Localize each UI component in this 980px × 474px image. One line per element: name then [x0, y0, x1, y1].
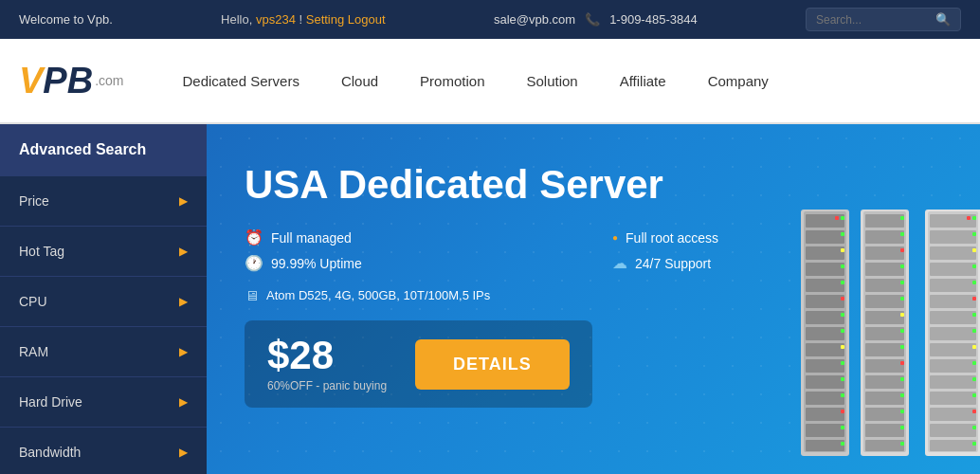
svg-rect-84: [930, 343, 976, 356]
svg-rect-18: [841, 329, 844, 333]
nav-dedicated-servers[interactable]: Dedicated Servers: [162, 64, 320, 99]
clock-icon: 🕐: [245, 254, 263, 272]
svg-rect-90: [930, 392, 976, 405]
svg-rect-21: [806, 359, 844, 373]
contact-info: sale@vpb.com 📞 1-909-485-3844: [494, 12, 698, 27]
chevron-right-icon: ▶: [179, 245, 188, 258]
svg-rect-57: [865, 392, 904, 405]
svg-rect-63: [865, 440, 904, 451]
svg-rect-24: [841, 377, 844, 381]
svg-rect-28: [841, 410, 844, 413]
sidebar-item-bandwidth-label: Bandwidth: [19, 445, 81, 460]
setting-link[interactable]: Setting: [306, 12, 344, 27]
sidebar-item-hot-tag-label: Hot Tag: [19, 244, 64, 259]
svg-rect-54: [900, 361, 904, 365]
phone-icon: 📞: [585, 12, 600, 27]
svg-rect-91: [972, 393, 976, 397]
top-bar: Welcome to Vpb. Hello, vps234 ! Setting …: [0, 0, 980, 39]
svg-rect-64: [900, 442, 904, 446]
search-input[interactable]: [816, 13, 930, 27]
price-box: $28 60%OFF - panic buying DETAILS: [245, 320, 592, 408]
nav-cloud[interactable]: Cloud: [320, 64, 399, 99]
svg-rect-85: [972, 345, 976, 349]
username-link[interactable]: vps234: [256, 12, 296, 27]
welcome-label: Welcome to Vpb.: [19, 12, 113, 27]
svg-rect-96: [930, 440, 976, 451]
nav-bar: VPB .com Dedicated Servers Cloud Promoti…: [0, 39, 980, 124]
sidebar-item-ram[interactable]: RAM ▶: [0, 326, 207, 376]
sidebar-item-price[interactable]: Price ▶: [0, 175, 207, 226]
nav-company[interactable]: Company: [687, 64, 789, 99]
svg-rect-58: [900, 393, 904, 397]
logout-link[interactable]: Logout: [348, 12, 386, 27]
sidebar-item-hard-drive[interactable]: Hard Drive ▶: [0, 376, 207, 427]
svg-rect-22: [841, 361, 844, 365]
hero-banner: USA Dedicated Server ⏰ Full managed ● Fu…: [207, 124, 980, 474]
details-button[interactable]: DETAILS: [415, 339, 570, 390]
svg-rect-56: [900, 377, 904, 381]
svg-rect-88: [930, 375, 976, 389]
feature-uptime: 🕐 99.99% Uptime: [245, 254, 574, 272]
main-content: Advanced Search Price ▶ Hot Tag ▶ CPU ▶ …: [0, 124, 980, 474]
svg-rect-23: [806, 375, 844, 389]
svg-rect-94: [930, 424, 976, 437]
search-box[interactable]: 🔍: [806, 8, 961, 31]
sidebar-item-bandwidth[interactable]: Bandwidth ▶: [0, 427, 207, 474]
feature-full-managed-label: Full managed: [271, 230, 352, 246]
svg-rect-36: [900, 216, 904, 220]
svg-rect-48: [900, 313, 904, 317]
monitor-icon: 🖥: [245, 287, 259, 303]
svg-rect-69: [967, 216, 971, 220]
sidebar-item-cpu[interactable]: CPU ▶: [0, 276, 207, 326]
feature-support-label: 24/7 Support: [635, 256, 711, 271]
feature-support: ☁ 24/7 Support: [612, 254, 942, 272]
svg-rect-93: [972, 410, 976, 413]
svg-rect-79: [972, 297, 976, 301]
svg-rect-95: [972, 426, 976, 429]
svg-rect-17: [806, 327, 844, 340]
svg-rect-47: [865, 311, 904, 324]
svg-rect-53: [865, 359, 904, 373]
svg-rect-27: [806, 408, 844, 421]
hero-spec: 🖥 Atom D525, 4G, 500GB, 10T/100M,5 IPs: [245, 287, 942, 303]
svg-rect-52: [900, 345, 904, 349]
nav-promotion[interactable]: Promotion: [399, 64, 505, 99]
hero-title: USA Dedicated Server: [245, 162, 942, 208]
feature-full-managed: ⏰ Full managed: [245, 228, 574, 246]
alarm-icon: ⏰: [245, 228, 263, 246]
chevron-right-icon: ▶: [179, 194, 188, 208]
svg-rect-12: [841, 281, 844, 284]
svg-rect-25: [806, 392, 844, 405]
svg-rect-19: [806, 343, 844, 356]
svg-rect-71: [972, 232, 976, 236]
chevron-right-icon: ▶: [179, 345, 188, 358]
feature-uptime-label: 99.99% Uptime: [271, 256, 362, 271]
svg-rect-59: [865, 408, 904, 421]
svg-rect-61: [865, 424, 904, 437]
sidebar-item-ram-label: RAM: [19, 344, 48, 359]
sidebar-item-hot-tag[interactable]: Hot Tag ▶: [0, 226, 207, 276]
nav-solution[interactable]: Solution: [505, 64, 598, 99]
nav-affiliate[interactable]: Affiliate: [599, 64, 687, 99]
chevron-right-icon: ▶: [179, 295, 188, 308]
svg-rect-2: [806, 214, 844, 228]
welcome-text: Welcome to Vpb.: [19, 12, 113, 27]
feature-full-root-label: Full root access: [626, 230, 718, 246]
sidebar-item-price-label: Price: [19, 193, 49, 209]
hero-features: ⏰ Full managed ● Full root access 🕐 99.9…: [245, 228, 942, 272]
svg-rect-26: [841, 393, 844, 397]
search-icon: 🔍: [935, 12, 951, 27]
svg-rect-55: [865, 375, 904, 389]
svg-rect-15: [806, 311, 844, 324]
email-text: sale@vpb.com: [494, 12, 575, 27]
svg-rect-60: [900, 410, 904, 413]
svg-rect-32: [841, 442, 844, 446]
price-section: $28 60%OFF - panic buying: [267, 336, 387, 392]
price-amount: $28: [267, 336, 387, 375]
svg-rect-81: [972, 313, 976, 317]
svg-rect-77: [972, 281, 976, 284]
svg-rect-87: [972, 361, 976, 365]
logo: VPB .com: [19, 61, 124, 101]
svg-rect-49: [865, 327, 904, 340]
svg-rect-29: [806, 424, 844, 437]
